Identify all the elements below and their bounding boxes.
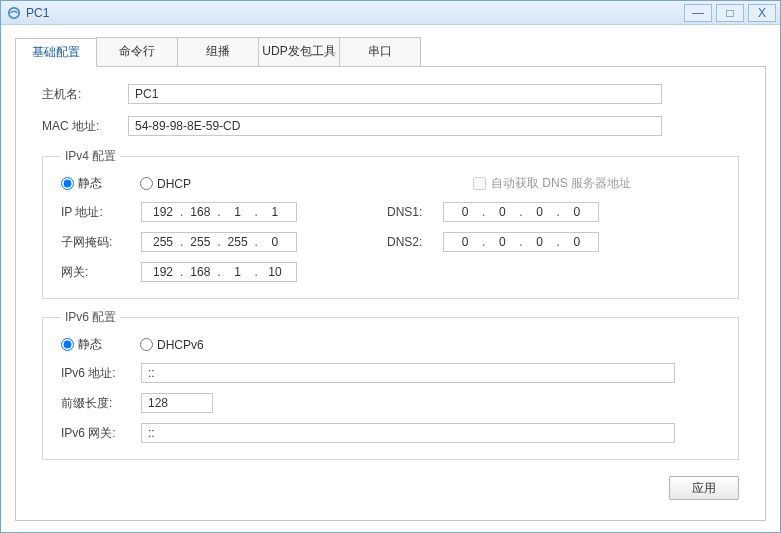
host-name-label: 主机名: [42, 86, 128, 103]
ipv6-dhcp-option[interactable]: DHCPv6 [140, 338, 204, 352]
ipv6-mode-row: 静态 DHCPv6 [61, 336, 720, 353]
ip-oct: 168 [186, 265, 214, 279]
maximize-button[interactable]: □ [716, 4, 744, 22]
svg-point-0 [9, 7, 20, 18]
ip-label: IP 地址: [61, 204, 141, 221]
ipv6-addr-row: IPv6 地址: [61, 363, 720, 383]
ipv6-group: IPv6 配置 静态 DHCPv6 IPv6 地址: [42, 309, 739, 460]
ipv6-gw-input[interactable] [141, 423, 675, 443]
tab-bar: 基础配置 命令行 组播 UDP发包工具 串口 [15, 37, 766, 67]
ipv6-prefix-input[interactable] [141, 393, 213, 413]
ip-oct: 0 [563, 205, 591, 219]
ip-oct: 0 [451, 235, 479, 249]
ip-oct: 255 [224, 235, 252, 249]
mask-row: 子网掩码: 255. 255. 255. 0 DNS2: 0. 0. 0. [61, 232, 720, 252]
minimize-button[interactable]: — [684, 4, 712, 22]
auto-dns-label: 自动获取 DNS 服务器地址 [491, 175, 631, 192]
ipv4-dhcp-option[interactable]: DHCP [140, 177, 191, 191]
ipv4-dhcp-radio[interactable] [140, 177, 153, 190]
ip-oct: 0 [563, 235, 591, 249]
mac-label: MAC 地址: [42, 118, 128, 135]
host-name-row: 主机名: [42, 84, 739, 104]
tab-serial[interactable]: 串口 [339, 37, 421, 66]
close-icon: X [758, 6, 766, 20]
ip-oct: 1 [261, 205, 289, 219]
ip-oct: 255 [186, 235, 214, 249]
ip-oct: 0 [526, 205, 554, 219]
tab-udp[interactable]: UDP发包工具 [258, 37, 340, 66]
ip-oct: 0 [526, 235, 554, 249]
tab-panel-basic: 主机名: MAC 地址: IPv4 配置 静态 DHCP [15, 66, 766, 521]
ip-oct: 255 [149, 235, 177, 249]
app-icon [7, 6, 21, 20]
ip-input[interactable]: 192. 168. 1. 1 [141, 202, 297, 222]
ip-row: IP 地址: 192. 168. 1. 1 DNS1: 0. 0. 0. 0 [61, 202, 720, 222]
ip-oct: 0 [488, 205, 516, 219]
ip-oct: 1 [224, 205, 252, 219]
dns1-col: DNS1: 0. 0. 0. 0 [387, 202, 599, 222]
ipv6-static-radio[interactable] [61, 338, 74, 351]
tab-cli[interactable]: 命令行 [96, 37, 178, 66]
mask-input[interactable]: 255. 255. 255. 0 [141, 232, 297, 252]
gateway-row: 网关: 192. 168. 1. 10 [61, 262, 720, 282]
gw-input[interactable]: 192. 168. 1. 10 [141, 262, 297, 282]
dns2-label: DNS2: [387, 235, 443, 249]
ipv6-addr-input[interactable] [141, 363, 675, 383]
ip-oct: 168 [186, 205, 214, 219]
ip-oct: 10 [261, 265, 289, 279]
ipv6-static-label: 静态 [78, 336, 102, 353]
ipv6-gw-row: IPv6 网关: [61, 423, 720, 443]
ipv4-mode-row: 静态 DHCP 自动获取 DNS 服务器地址 [61, 175, 720, 192]
maximize-icon: □ [726, 6, 733, 20]
ipv4-dhcp-label: DHCP [157, 177, 191, 191]
ipv4-static-radio[interactable] [61, 177, 74, 190]
ipv4-legend: IPv4 配置 [61, 148, 120, 165]
ipv6-prefix-row: 前缀长度: [61, 393, 720, 413]
dns2-col: DNS2: 0. 0. 0. 0 [387, 232, 599, 252]
ipv6-gw-label: IPv6 网关: [61, 425, 141, 442]
ipv6-legend: IPv6 配置 [61, 309, 120, 326]
gw-label: 网关: [61, 264, 141, 281]
ipv6-dhcp-radio[interactable] [140, 338, 153, 351]
ipv6-static-option[interactable]: 静态 [61, 336, 102, 353]
ipv6-dhcp-label: DHCPv6 [157, 338, 204, 352]
window-title: PC1 [26, 6, 680, 20]
auto-dns-option[interactable]: 自动获取 DNS 服务器地址 [473, 175, 631, 192]
mac-row: MAC 地址: [42, 116, 739, 136]
close-button[interactable]: X [748, 4, 776, 22]
auto-dns-checkbox[interactable] [473, 177, 486, 190]
tab-basic[interactable]: 基础配置 [15, 38, 97, 67]
content-area: 基础配置 命令行 组播 UDP发包工具 串口 主机名: MAC 地址: IPv4… [1, 25, 780, 532]
ip-oct: 192 [149, 205, 177, 219]
ip-oct: 192 [149, 265, 177, 279]
ipv6-prefix-label: 前缀长度: [61, 395, 141, 412]
dns1-input[interactable]: 0. 0. 0. 0 [443, 202, 599, 222]
ipv4-static-option[interactable]: 静态 [61, 175, 102, 192]
titlebar: PC1 — □ X [1, 1, 780, 25]
ipv4-static-label: 静态 [78, 175, 102, 192]
app-window: PC1 — □ X 基础配置 命令行 组播 UDP发包工具 串口 主机名: MA… [0, 0, 781, 533]
ipv4-group: IPv4 配置 静态 DHCP 自动获取 DNS 服务器地址 [42, 148, 739, 299]
ip-oct: 0 [451, 205, 479, 219]
mac-input[interactable] [128, 116, 662, 136]
ip-oct: 1 [224, 265, 252, 279]
ip-oct: 0 [488, 235, 516, 249]
dns1-label: DNS1: [387, 205, 443, 219]
ipv6-addr-label: IPv6 地址: [61, 365, 141, 382]
ip-oct: 0 [261, 235, 289, 249]
dns2-input[interactable]: 0. 0. 0. 0 [443, 232, 599, 252]
mask-label: 子网掩码: [61, 234, 141, 251]
host-name-input[interactable] [128, 84, 662, 104]
minimize-icon: — [692, 6, 704, 20]
button-row: 应用 [42, 470, 739, 500]
apply-button[interactable]: 应用 [669, 476, 739, 500]
tab-multicast[interactable]: 组播 [177, 37, 259, 66]
